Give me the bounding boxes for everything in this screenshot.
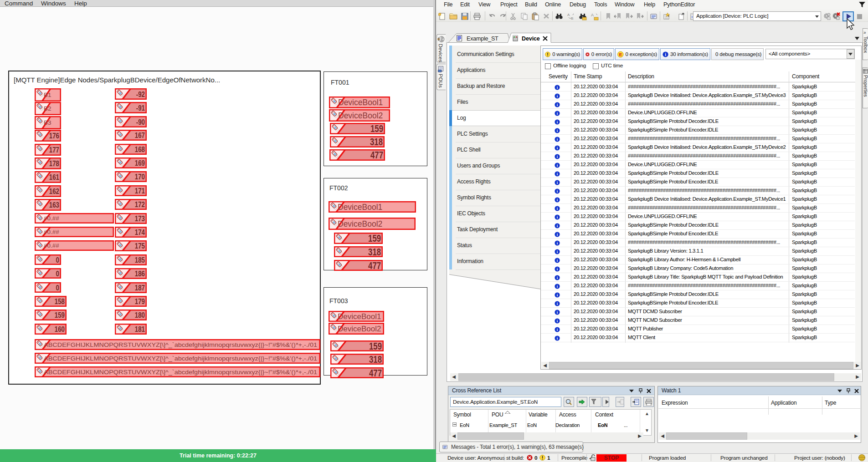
svg-text:ABCDEFGHIJKLMNOPQRSTUVWXYZ[\]^: ABCDEFGHIJKLMNOPQRSTUVWXYZ[\]^_`abcdefgh… (44, 341, 317, 348)
svg-text:477: 477 (369, 368, 382, 378)
svg-text:DeviceBool1: DeviceBool1 (338, 312, 381, 321)
svg-text:167: 167 (135, 131, 145, 139)
svg-text:-90: -90 (136, 117, 145, 126)
svg-text:173: 173 (135, 214, 145, 223)
svg-text:177: 177 (49, 145, 59, 154)
svg-text:181: 181 (135, 325, 145, 333)
svg-text:DeviceBool1: DeviceBool1 (338, 203, 382, 212)
svg-text:DeviceBool2: DeviceBool2 (338, 219, 382, 228)
svg-text:169: 169 (135, 158, 145, 167)
svg-text:186: 186 (135, 269, 145, 278)
svg-text:A: A (567, 13, 570, 17)
svg-text:168: 168 (135, 145, 145, 153)
svg-text:477: 477 (368, 260, 381, 271)
svg-text:161: 161 (49, 173, 60, 181)
svg-text:170: 170 (135, 172, 145, 181)
svg-text:163: 163 (49, 200, 59, 209)
svg-text:E: E (619, 52, 622, 57)
svg-text:158: 158 (55, 297, 65, 305)
svg-text:159: 159 (370, 123, 383, 134)
svg-text:#0.##: #0.## (44, 242, 59, 249)
svg-text:ABCDEFGHIJKLMNOPQRSTUVWXYZ[\]^: ABCDEFGHIJKLMNOPQRSTUVWXYZ[\]^_`abcdefgh… (44, 369, 317, 376)
svg-text:0: 0 (56, 283, 59, 292)
svg-text:-92: -92 (136, 90, 145, 98)
svg-text:0: 0 (56, 269, 59, 278)
svg-text:DeviceBool2: DeviceBool2 (338, 325, 381, 333)
svg-text:180: 180 (135, 310, 145, 319)
svg-text:-91: -91 (136, 103, 145, 112)
svg-text:#0.##: #0.## (44, 228, 59, 235)
svg-text:318: 318 (370, 137, 383, 147)
svg-text:DeviceBool2: DeviceBool2 (338, 111, 383, 120)
svg-text:172: 172 (135, 200, 145, 208)
svg-text:174: 174 (135, 228, 145, 236)
svg-text:187: 187 (135, 283, 145, 292)
svg-text:171: 171 (135, 186, 145, 195)
svg-text:0: 0 (56, 255, 59, 264)
svg-text:B3: B3 (44, 119, 51, 126)
svg-text:B2: B2 (44, 105, 51, 112)
svg-text:160: 160 (55, 325, 65, 333)
svg-text:185: 185 (135, 255, 145, 264)
svg-text:179: 179 (135, 297, 145, 305)
svg-text:#0.##: #0.## (44, 215, 59, 222)
svg-text:175: 175 (135, 241, 145, 250)
svg-text:477: 477 (370, 150, 383, 160)
svg-text:DeviceBool1: DeviceBool1 (338, 98, 383, 107)
svg-text:318: 318 (368, 247, 381, 257)
svg-text:A: A (591, 13, 594, 17)
svg-text:159: 159 (369, 341, 382, 351)
svg-text:162: 162 (49, 187, 59, 195)
svg-text:176: 176 (49, 131, 59, 140)
svg-text:159: 159 (55, 310, 65, 319)
svg-text:318: 318 (369, 354, 382, 365)
svg-text:B1: B1 (44, 91, 51, 98)
svg-text:178: 178 (49, 159, 59, 168)
svg-text:ABCDEFGHIJKLMNOPQRSTUVWXYZ[\]^: ABCDEFGHIJKLMNOPQRSTUVWXYZ[\]^_`abcdefgh… (44, 355, 317, 362)
svg-text:159: 159 (368, 233, 381, 244)
svg-text:B: B (571, 16, 573, 20)
